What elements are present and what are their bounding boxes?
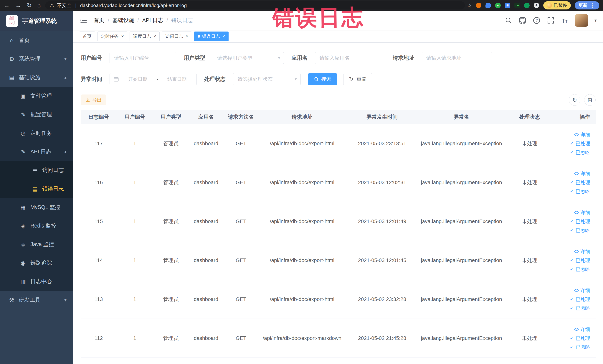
processed-link[interactable]: ✓已处理: [557, 256, 590, 265]
ext-on-icon[interactable]: on: [514, 3, 520, 8]
hamburger-icon[interactable]: [80, 16, 88, 24]
sidebar-item-log-center[interactable]: ▥日志中心: [0, 272, 73, 291]
sidebar-item-label: API 日志: [30, 148, 51, 155]
sidebar-item-label: 错误日志: [42, 185, 64, 192]
user-type-cell: 管理员: [153, 280, 189, 319]
sidebar-item-dev-tools[interactable]: ⚒研发工具▾: [0, 291, 73, 309]
avatar-caret-down-icon[interactable]: ▾: [594, 18, 597, 23]
refresh-table-button[interactable]: ↻: [569, 94, 580, 106]
app-name-input[interactable]: [315, 52, 385, 64]
address-bar[interactable]: ⚠ 不安全 | dashboard.yudao.iocoder.cn/infra…: [45, 1, 465, 10]
detail-link[interactable]: 详细: [557, 286, 590, 295]
request-url-input[interactable]: [422, 52, 492, 64]
detail-link[interactable]: 详细: [557, 130, 590, 139]
sidebar-item-infrastructure[interactable]: ▤基础设施▴: [0, 68, 73, 87]
forward-icon[interactable]: →: [15, 2, 21, 9]
process-status-header: 处理状态: [504, 110, 555, 124]
sidebar-item-error-log[interactable]: ▤错误日志: [0, 179, 73, 198]
app-name-cell: dashboard: [189, 319, 223, 358]
sidebar-item-system-mgmt[interactable]: ⚙系统管理▾: [0, 50, 73, 68]
sidebar-item-scheduled-jobs[interactable]: ◷定时任务: [0, 124, 73, 142]
ext-drop-icon[interactable]: [486, 3, 491, 8]
tab-close-icon[interactable]: ×: [153, 34, 156, 39]
search-icon[interactable]: [505, 17, 512, 24]
detail-link[interactable]: 详细: [557, 247, 590, 256]
ext-paw-icon[interactable]: ✻: [534, 3, 539, 8]
processed-link[interactable]: ✓已处理: [557, 178, 590, 187]
exception-time-range-picker[interactable]: 开始日期 - 结束日期: [110, 73, 197, 85]
user-type-cell: 管理员: [153, 241, 189, 280]
tab-error-log[interactable]: 错误日志×: [194, 32, 229, 41]
sidebar-item-label: 系统管理: [19, 55, 40, 63]
sidebar-item-file-mgmt[interactable]: ▣文件管理: [0, 87, 73, 105]
monitor-icon: ▤: [8, 74, 15, 81]
ignored-link[interactable]: ✓已忽略: [557, 265, 590, 274]
tab-close-icon[interactable]: ×: [186, 34, 188, 39]
ext-green-v-icon[interactable]: V: [495, 3, 501, 8]
back-icon[interactable]: ←: [4, 2, 10, 9]
reset-button[interactable]: ↻ 重置: [343, 73, 372, 85]
sidebar-item-redis-monitor[interactable]: ◈Redis 监控: [0, 217, 73, 235]
help-icon[interactable]: ?: [533, 17, 540, 24]
sidebar-item-tracing[interactable]: ◉链路追踪: [0, 254, 73, 272]
detail-link[interactable]: 详细: [557, 208, 590, 217]
sidebar-item-java-monitor[interactable]: ☕Java 监控: [0, 235, 73, 254]
breadcrumb-item[interactable]: 首页: [94, 17, 104, 24]
tab-home[interactable]: 首页: [79, 32, 95, 41]
github-icon[interactable]: [519, 17, 526, 24]
sidebar-item-config-mgmt[interactable]: ✎配置管理: [0, 105, 73, 124]
process-status-label: 处理状态: [204, 75, 226, 83]
sidebar-item-label: 定时任务: [30, 129, 52, 137]
export-button[interactable]: 导出: [81, 94, 106, 105]
tab-scheduled-jobs[interactable]: 定时任务×: [97, 32, 127, 41]
star-icon[interactable]: ☆: [467, 2, 472, 9]
refresh-icon[interactable]: ↻: [27, 2, 32, 9]
home-icon[interactable]: ⌂: [37, 2, 41, 9]
tab-close-icon[interactable]: ×: [121, 34, 124, 39]
tab-schedule-log[interactable]: 调度日志×: [129, 32, 160, 41]
ignored-link[interactable]: ✓已忽略: [557, 304, 590, 313]
date-separator: -: [157, 76, 158, 82]
tab-close-icon[interactable]: ×: [222, 34, 225, 39]
ignored-link[interactable]: ✓已忽略: [557, 148, 590, 157]
actions-header: 操作: [555, 110, 596, 124]
processed-link[interactable]: ✓已处理: [557, 139, 590, 148]
svg-text:T: T: [562, 18, 565, 24]
font-size-icon[interactable]: TT: [561, 17, 568, 24]
ignored-link[interactable]: ✓已忽略: [557, 187, 590, 196]
processed-link[interactable]: ✓已处理: [557, 295, 590, 304]
search-button[interactable]: 搜索: [308, 73, 337, 85]
sidebar-item-access-log[interactable]: ▤访问日志: [0, 161, 73, 179]
check-icon: ✓: [569, 306, 574, 311]
ignored-link[interactable]: ✓已忽略: [557, 343, 590, 352]
user-avatar[interactable]: [575, 14, 588, 27]
user-type-select[interactable]: 请选择用户类型 ▾: [213, 52, 284, 64]
detail-link[interactable]: 详细: [557, 169, 590, 178]
sidebar-item-api-logs[interactable]: ✎API 日志▴: [0, 142, 73, 161]
breadcrumb-item[interactable]: 基础设施: [113, 17, 134, 24]
user-id-header: 用户编号: [116, 110, 152, 124]
column-settings-button[interactable]: ⊞: [584, 94, 596, 106]
paused-extension-pill[interactable]: 已暂停: [543, 1, 571, 10]
detail-link[interactable]: 详细: [557, 325, 590, 334]
request-url-header: 请求地址: [259, 110, 345, 124]
chrome-update-button[interactable]: 更新 ⋮: [575, 1, 599, 10]
sidebar-logo[interactable]: 芋道管理系统: [0, 11, 73, 31]
sidebar-item-mysql-monitor[interactable]: ▦MySQL 监控: [0, 198, 73, 217]
process-status-select[interactable]: 请选择处理状态 ▾: [233, 73, 301, 85]
ext-orange-icon[interactable]: [476, 3, 481, 8]
check-icon: ✓: [569, 150, 574, 155]
fullscreen-icon[interactable]: [547, 17, 555, 24]
ext-grid-icon[interactable]: ⊞: [505, 3, 510, 8]
processed-link[interactable]: ✓已处理: [557, 334, 590, 343]
tab-access-log[interactable]: 访问日志×: [162, 32, 192, 41]
app-name-cell: dashboard: [189, 202, 223, 241]
breadcrumb-item[interactable]: API 日志: [142, 17, 163, 24]
chevron-down-icon: ▾: [278, 56, 280, 60]
ext-leaf-icon[interactable]: [524, 3, 530, 8]
ignored-link-label: 已忽略: [576, 226, 590, 235]
ignored-link[interactable]: ✓已忽略: [557, 226, 590, 235]
processed-link[interactable]: ✓已处理: [557, 217, 590, 226]
user-id-input[interactable]: [110, 52, 176, 64]
sidebar-item-home[interactable]: ⌂首页: [0, 31, 73, 50]
